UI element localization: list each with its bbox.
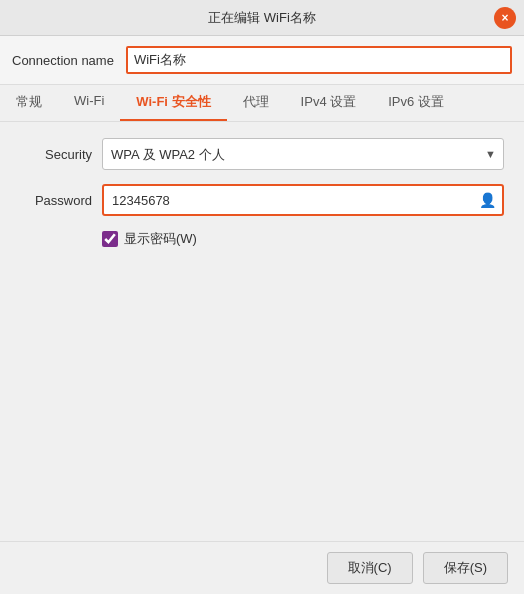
show-password-checkbox[interactable] bbox=[102, 231, 118, 247]
security-select[interactable]: WPA 及 WPA2 个人 bbox=[102, 138, 504, 170]
password-input[interactable] bbox=[102, 184, 504, 216]
connection-name-label: Connection name bbox=[12, 53, 114, 68]
wifi-security-content: Security WPA 及 WPA2 个人 ▼ Password 👤 显示密码… bbox=[0, 122, 524, 541]
save-button[interactable]: 保存(S) bbox=[423, 552, 508, 584]
dialog-title: 正在编辑 WiFi名称 bbox=[208, 9, 316, 27]
cancel-button[interactable]: 取消(C) bbox=[327, 552, 413, 584]
tab-general[interactable]: 常规 bbox=[0, 85, 58, 121]
show-password-row: 显示密码(W) bbox=[102, 230, 504, 248]
person-icon: 👤 bbox=[479, 192, 496, 208]
close-button[interactable]: × bbox=[494, 7, 516, 29]
dialog: 正在编辑 WiFi名称 × Connection name 常规 Wi-Fi W… bbox=[0, 0, 524, 594]
security-field-row: Security WPA 及 WPA2 个人 ▼ bbox=[20, 138, 504, 170]
tab-wifi-security[interactable]: Wi-Fi 安全性 bbox=[120, 85, 226, 121]
password-field-row: Password 👤 bbox=[20, 184, 504, 216]
tab-proxy[interactable]: 代理 bbox=[227, 85, 285, 121]
content-spacer bbox=[20, 262, 504, 525]
show-password-label[interactable]: 显示密码(W) bbox=[124, 230, 197, 248]
button-bar: 取消(C) 保存(S) bbox=[0, 541, 524, 594]
tab-ipv4[interactable]: IPv4 设置 bbox=[285, 85, 373, 121]
tab-wifi[interactable]: Wi-Fi bbox=[58, 85, 120, 121]
security-select-wrapper: WPA 及 WPA2 个人 ▼ bbox=[102, 138, 504, 170]
password-label: Password bbox=[20, 193, 92, 208]
titlebar: 正在编辑 WiFi名称 × bbox=[0, 0, 524, 36]
tabs-bar: 常规 Wi-Fi Wi-Fi 安全性 代理 IPv4 设置 IPv6 设置 bbox=[0, 85, 524, 122]
security-label: Security bbox=[20, 147, 92, 162]
tab-ipv6[interactable]: IPv6 设置 bbox=[372, 85, 460, 121]
connection-name-row: Connection name bbox=[0, 36, 524, 85]
connection-name-input[interactable] bbox=[126, 46, 512, 74]
password-wrapper: 👤 bbox=[102, 184, 504, 216]
